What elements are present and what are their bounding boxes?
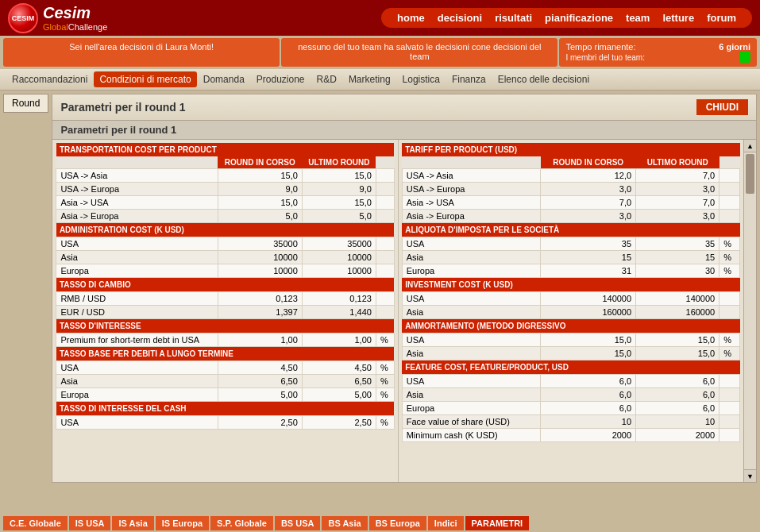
- round-button[interactable]: Round: [3, 94, 48, 113]
- subnav-rd[interactable]: R&D: [311, 71, 342, 87]
- scroll-down-button[interactable]: ▼: [744, 469, 756, 482]
- tab-is-europa[interactable]: IS Europa: [156, 516, 209, 530]
- logo-cesim: Cesim: [43, 3, 107, 22]
- parameters-panel: Parametri per il round 1 CHIUDI Parametr…: [52, 94, 757, 483]
- close-button[interactable]: CHIUDI: [696, 99, 748, 115]
- nav-home[interactable]: home: [392, 12, 430, 24]
- tab-sp-globale[interactable]: S.P. Globale: [210, 516, 273, 530]
- panel-title: Parametri per il round 1: [60, 101, 185, 114]
- info-bar-time: Tempo rimanente: 6 giorni I membri del t…: [559, 38, 757, 67]
- subnav-raccomandazioni[interactable]: Raccomandazioni: [6, 71, 93, 87]
- nav-letture[interactable]: letture: [658, 12, 699, 24]
- left-params-table: TRANSPORTATION COST PER PRODUCT ROUND IN…: [56, 143, 394, 430]
- nav-risultati[interactable]: risultati: [490, 12, 537, 24]
- tab-parametri[interactable]: PARAMETRI: [465, 516, 530, 530]
- subnav-domanda[interactable]: Domanda: [198, 71, 250, 87]
- scroll-up-button[interactable]: ▲: [744, 140, 756, 152]
- right-params-table: TARIFF PER PRODUCT (USD) ROUND IN CORSO …: [402, 143, 740, 442]
- status-indicator: [739, 52, 750, 63]
- nav-decisioni[interactable]: decisioni: [433, 12, 487, 24]
- tab-indici[interactable]: Indici: [428, 516, 464, 530]
- subnav-condizioni[interactable]: Condizioni di mercato: [94, 71, 196, 87]
- tab-bs-asia[interactable]: BS Asia: [322, 516, 367, 530]
- tab-is-usa[interactable]: IS USA: [69, 516, 111, 530]
- info-bar-team: nessuno del tuo team ha salvato le decis…: [281, 38, 557, 67]
- main-nav: home decisioni risultati pianificazione …: [381, 8, 752, 28]
- logo-sub: GlobalChallenge: [43, 22, 107, 33]
- panel-subtitle: Parametri per il round 1: [52, 121, 756, 140]
- tab-is-asia[interactable]: IS Asia: [112, 516, 153, 530]
- logo: CESIM Cesim GlobalChallenge: [8, 3, 107, 33]
- nav-pianificazione[interactable]: pianificazione: [540, 12, 618, 24]
- info-bar-user: Sei nell'area decisioni di Laura Monti!: [3, 38, 280, 67]
- subnav-elenco[interactable]: Elenco delle decisioni: [492, 71, 595, 87]
- nav-team[interactable]: team: [621, 12, 654, 24]
- subnav-logistica[interactable]: Logistica: [397, 71, 446, 87]
- tab-bs-europa[interactable]: BS Europa: [369, 516, 426, 530]
- subnav-finanza[interactable]: Finanza: [446, 71, 492, 87]
- tab-ce-globale[interactable]: C.E. Globale: [3, 516, 68, 530]
- subnav-marketing[interactable]: Marketing: [343, 71, 396, 87]
- subnav-produzione[interactable]: Produzione: [251, 71, 311, 87]
- tab-bs-usa[interactable]: BS USA: [275, 516, 321, 530]
- nav-forum[interactable]: forum: [702, 12, 741, 24]
